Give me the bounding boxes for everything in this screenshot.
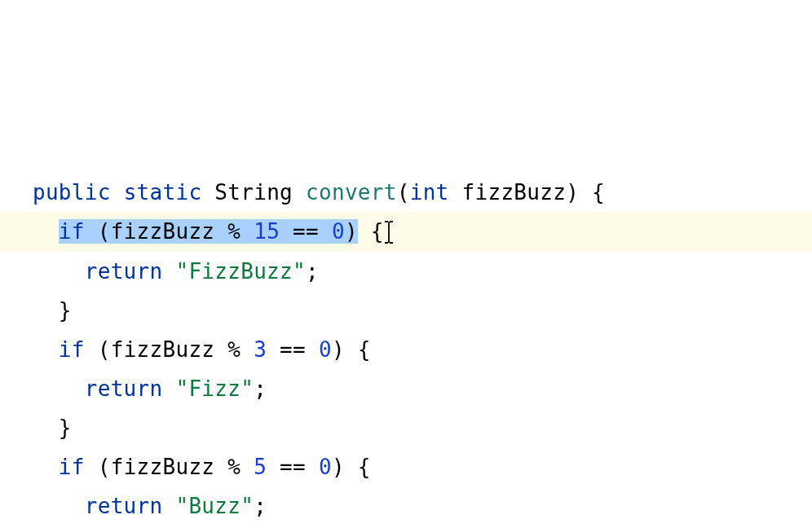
code-line-1[interactable]: public static String convert(int fizzBuz… bbox=[7, 173, 805, 212]
op-mod: % bbox=[214, 455, 254, 479]
if-close: ) { bbox=[332, 337, 371, 362]
op-mod: % bbox=[214, 337, 254, 362]
code-line-6[interactable]: return "Fizz"; bbox=[7, 369, 805, 408]
brace-open: { bbox=[358, 219, 384, 244]
string-buzz: "Buzz" bbox=[175, 494, 254, 518]
code-line-8[interactable]: if (fizzBuzz % 5 == 0) { bbox=[7, 447, 805, 486]
paren-close: ) bbox=[345, 219, 358, 244]
string-fizzbuzz: "FizzBuzz" bbox=[175, 259, 306, 284]
keyword-return: return bbox=[85, 376, 163, 401]
number-5: 5 bbox=[254, 455, 267, 479]
keyword-public: public bbox=[33, 180, 111, 205]
type-string: String bbox=[214, 180, 293, 205]
number-3: 3 bbox=[254, 337, 267, 362]
code-line-5[interactable]: if (fizzBuzz % 3 == 0) { bbox=[7, 330, 805, 369]
op-eq: == bbox=[267, 337, 319, 362]
param-fizzbuzz: fizzBuzz bbox=[111, 219, 215, 244]
paren-open: ( bbox=[397, 180, 410, 205]
code-line-3[interactable]: return "FizzBuzz"; bbox=[7, 252, 805, 291]
brace-close: } bbox=[59, 298, 72, 323]
text-cursor-icon bbox=[384, 221, 394, 244]
if-open: ( bbox=[85, 219, 111, 244]
keyword-static: static bbox=[124, 180, 202, 205]
keyword-if: if bbox=[59, 455, 85, 479]
string-fizz: "Fizz" bbox=[175, 376, 254, 401]
code-line-2-highlighted[interactable]: if (fizzBuzz % 15 == 0) { bbox=[0, 212, 812, 251]
semicolon: ; bbox=[254, 376, 267, 401]
keyword-if: if bbox=[59, 337, 85, 362]
param-fizzbuzz: fizzBuzz bbox=[111, 455, 215, 479]
keyword-int: int bbox=[410, 180, 449, 205]
semicolon: ; bbox=[254, 494, 267, 518]
if-open: ( bbox=[85, 337, 111, 362]
number-0: 0 bbox=[319, 455, 332, 479]
param-fizzbuzz: fizzBuzz bbox=[462, 180, 567, 205]
number-15: 15 bbox=[254, 219, 280, 244]
param-fizzbuzz: fizzBuzz bbox=[111, 337, 215, 362]
keyword-return: return bbox=[85, 259, 163, 284]
op-eq: == bbox=[280, 219, 332, 244]
number-0: 0 bbox=[319, 337, 332, 362]
brace-close: } bbox=[59, 416, 72, 440]
code-line-9[interactable]: return "Buzz"; bbox=[7, 486, 805, 526]
op-eq: == bbox=[267, 455, 319, 479]
if-open: ( bbox=[85, 455, 111, 479]
keyword-if: if bbox=[59, 219, 85, 244]
method-name: convert bbox=[306, 180, 397, 205]
code-editor[interactable]: public static String convert(int fizzBuz… bbox=[7, 173, 805, 528]
number-0: 0 bbox=[332, 219, 345, 244]
keyword-return: return bbox=[85, 494, 163, 518]
if-close: ) { bbox=[332, 455, 371, 479]
code-line-7[interactable]: } bbox=[7, 408, 805, 447]
selection-range: if (fizzBuzz % 15 == 0) bbox=[59, 219, 358, 244]
signature-close: ) { bbox=[566, 180, 605, 205]
semicolon: ; bbox=[306, 259, 319, 284]
code-line-4[interactable]: } bbox=[7, 291, 805, 330]
op-mod: % bbox=[214, 219, 254, 244]
